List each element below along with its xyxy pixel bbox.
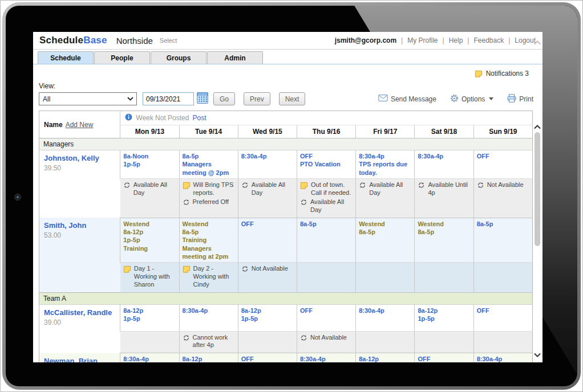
shift-line: Westend: [418, 220, 470, 228]
account-link-my-profile[interactable]: My Profile: [407, 36, 438, 44]
shift-cell[interactable]: 8a-12p1p-5p: [179, 353, 238, 362]
note-text: Day 2 - Working with Cindy: [193, 265, 235, 288]
shift-line: OFF: [300, 307, 353, 315]
logo-part-2: Base: [83, 35, 107, 46]
note-cell: Not Available: [297, 331, 355, 353]
availability-icon: [300, 199, 307, 206]
note-cell: [297, 263, 355, 292]
note-cell: Available All Day: [238, 178, 297, 218]
shift-cell[interactable]: 8:30a-4p: [356, 304, 415, 331]
shift-cell[interactable]: OFF: [238, 218, 297, 262]
note-cell: Available All Day: [120, 178, 179, 218]
employee-name-link[interactable]: Smith, John: [44, 221, 115, 230]
note: Preferred Off: [183, 198, 235, 206]
prev-button[interactable]: Prev: [244, 92, 270, 105]
shift-cell[interactable]: 8:30a-4p: [120, 353, 179, 362]
shift-cell[interactable]: OFF: [415, 353, 473, 362]
shift-cell[interactable]: OFFPTO Vacation: [297, 150, 355, 179]
notifications-link[interactable]: Notifications 3: [486, 70, 529, 77]
employee-row: Smith, John53.00Westend8a-12p1p-5pTraini…: [39, 218, 533, 262]
scroll-up-arrow-light[interactable]: [534, 39, 541, 47]
shift-cell[interactable]: 8a-Noon1p-5p: [120, 150, 179, 179]
employee-name-cell: McCallister, Randle39.00: [39, 304, 120, 353]
shift-cell[interactable]: 8a-5pManagers meeting @ 2pm: [179, 150, 238, 179]
date-input[interactable]: [143, 92, 194, 105]
employee-name-link[interactable]: Newman, Brian: [44, 357, 115, 362]
employee-row: Johnston, Kelly39.508a-Noon1p-5p8a-5pMan…: [39, 150, 533, 179]
scrollbar-thumb[interactable]: [535, 132, 540, 246]
shift-line: 8a-Noon: [123, 152, 176, 160]
location-title: Northside: [116, 36, 153, 46]
availability-icon: [300, 334, 307, 341]
shift-line: 8:30a-4p: [359, 152, 411, 160]
scroll-down-arrow[interactable]: [534, 351, 541, 359]
account-link-help[interactable]: Help: [449, 36, 463, 44]
options-button[interactable]: Options: [450, 94, 493, 104]
table-scroll-up-arrow[interactable]: [534, 123, 541, 131]
shift-line: 8a-12p: [418, 307, 470, 315]
shift-line: OFF: [477, 307, 529, 315]
shift-line: 8:30a-4p: [183, 307, 235, 315]
note: Day 2 - Working with Cindy: [183, 265, 235, 288]
shift-cell[interactable]: 8a-12p: [356, 353, 415, 362]
tab-admin[interactable]: Admin: [207, 51, 263, 64]
shift-line: 8:30a-4p: [418, 152, 470, 160]
note-cell: [356, 263, 415, 292]
go-button[interactable]: Go: [213, 92, 235, 105]
calendar-button[interactable]: [196, 93, 208, 105]
printer-icon: [507, 94, 516, 104]
shift-cell[interactable]: 8a-5p: [297, 218, 355, 262]
shift-cell[interactable]: 8a-12p1p-5p: [120, 304, 179, 331]
tab-schedule[interactable]: Schedule: [38, 51, 94, 64]
add-new-link[interactable]: Add New: [66, 121, 94, 129]
controls-row: All Go Prev Next Send Message Options: [33, 91, 542, 105]
employee-hours: 39.00: [44, 318, 115, 326]
tab-groups[interactable]: Groups: [151, 51, 207, 64]
day-header: Tue 9/14: [179, 125, 238, 138]
shift-line: 8a-12p: [123, 307, 176, 315]
employee-name-link[interactable]: Johnston, Kelly: [44, 154, 115, 162]
day-header: Wed 9/15: [238, 125, 297, 138]
account-link-feedback[interactable]: Feedback: [473, 36, 504, 44]
shift-cell[interactable]: OFF: [297, 304, 355, 331]
shift-line: 1p-5p: [418, 315, 470, 322]
group-row: Managers: [39, 138, 533, 150]
post-week-link[interactable]: Post: [192, 114, 206, 122]
shift-cell[interactable]: 8:30a-4p: [297, 353, 355, 362]
shift-cell[interactable]: OFF: [473, 150, 532, 179]
shift-cell[interactable]: 8:30a-4p: [415, 150, 473, 179]
top-bar: ScheduleBase Northside Select jsmith@gco…: [33, 32, 542, 50]
tab-people[interactable]: People: [94, 51, 150, 64]
shift-cell[interactable]: 8a-12p1p-5p: [238, 304, 297, 331]
shift-cell[interactable]: OFF: [473, 304, 532, 331]
availability-icon: [183, 199, 190, 206]
action-toolbar: Send Message Options Print: [378, 94, 533, 104]
shift-cell[interactable]: Westend8a-12p1p-5pTraining: [120, 218, 179, 262]
name-header-label: Name: [44, 121, 63, 129]
employee-name-link[interactable]: McCallister, Randle: [44, 308, 115, 317]
day-header: Sat 9/18: [415, 125, 473, 138]
availability-icon: [241, 182, 249, 189]
shift-cell[interactable]: Westend8a-5p: [415, 218, 473, 262]
view-select[interactable]: All: [39, 92, 137, 105]
shift-cell[interactable]: 8:30a-4p: [238, 150, 297, 179]
shift-cell[interactable]: 8a-12p1p-5p: [415, 304, 473, 331]
next-button[interactable]: Next: [279, 92, 306, 105]
shift-cell[interactable]: 8:30a-4pTPS reports due today.: [356, 150, 415, 179]
shift-cell[interactable]: 8:30a-4p: [473, 353, 532, 362]
info-icon: [125, 113, 132, 122]
shift-cell[interactable]: Westend8a-5p: [356, 218, 415, 262]
select-location-link[interactable]: Select: [160, 37, 177, 44]
tablet-mockup: ScheduleBase Northside Select jsmith@gco…: [0, 0, 583, 392]
shift-line: 8a-12p: [359, 355, 411, 362]
shift-cell[interactable]: Westend8a-5pTrainingManagers meeting at …: [179, 218, 238, 262]
shift-line: PTO Vacation: [300, 160, 353, 168]
note-text: Not Available: [310, 334, 347, 342]
send-message-button[interactable]: Send Message: [378, 95, 436, 103]
note-text: Not Available: [487, 181, 524, 189]
availability-icon: [477, 182, 484, 189]
shift-cell[interactable]: OFF: [238, 353, 297, 362]
shift-cell[interactable]: 8a-5p: [473, 218, 532, 262]
shift-cell[interactable]: 8:30a-4p: [179, 304, 238, 331]
print-button[interactable]: Print: [507, 94, 533, 104]
